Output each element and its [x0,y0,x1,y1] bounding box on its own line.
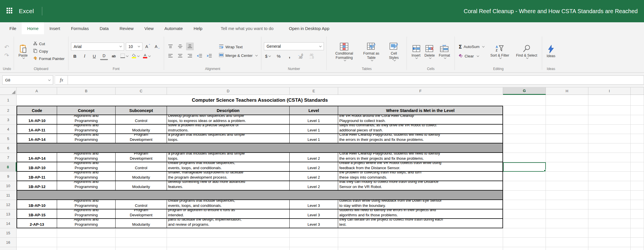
column-header-overflow[interactable] [631,87,644,95]
cell[interactable] [631,247,644,250]
cell[interactable] [290,228,338,238]
table-header-subconcept[interactable]: Subconcept [116,106,167,115]
italic-button[interactable]: I [81,52,88,60]
cell-level[interactable]: Level 1 [290,125,338,134]
center-button[interactable] [176,52,184,60]
cell[interactable] [17,247,57,250]
cell-description[interactable]: develop something new or add more advanc… [167,181,290,191]
cell-description[interactable]: Develop programs with sequences and simp… [167,115,290,125]
cell[interactable] [503,106,546,115]
app-name[interactable]: Excel [19,8,34,15]
increase-indent-button[interactable] [205,52,213,60]
separator-row-band[interactable] [17,143,503,153]
cell-concept[interactable]: Algorithms andProgramming [57,209,116,219]
cell[interactable] [57,228,116,238]
cell[interactable] [588,153,631,162]
cell[interactable] [503,95,546,106]
cell[interactable] [503,115,546,125]
cell-code[interactable]: 1B-AP-12 [17,181,57,191]
cell-subconcept[interactable]: Modularity [116,125,167,134]
selected-cell-G8[interactable] [503,162,546,172]
font-color-button[interactable]: A [142,52,151,60]
percent-button[interactable]: % [275,52,282,60]
sheet-title-cell[interactable]: Computer Science Teachers Association (C… [17,95,503,106]
cell[interactable] [546,134,588,143]
column-header-h[interactable]: H [546,87,588,95]
cell[interactable] [546,106,588,115]
cell[interactable] [631,200,644,209]
cell[interactable] [503,247,546,250]
separator-row-band[interactable] [17,191,503,200]
cell[interactable] [631,95,644,106]
cell[interactable] [546,219,588,228]
bottom-align-button[interactable] [186,43,194,50]
grow-font-button[interactable]: A⌃ [144,43,152,50]
row-header-9[interactable]: 9 [0,172,17,181]
row-header-1[interactable]: 1 [0,95,17,106]
bold-button[interactable]: B [71,52,79,60]
cell-level[interactable]: Level 1 [290,134,338,143]
cell-subconcept[interactable]: Control [116,200,167,209]
cell[interactable] [588,228,631,238]
cell-concept[interactable]: Algorithms andProgramming [57,153,116,162]
app-launcher-button[interactable] [0,0,19,22]
cell-description[interactable]: smaller, manageable subproblems to facil… [167,172,290,181]
strikethrough-button[interactable]: ab [110,52,118,60]
cell-level[interactable]: Level 2 [290,181,338,191]
cell-level[interactable]: Level 3 [290,209,338,219]
column-header-i[interactable]: I [588,87,631,95]
cell-where-met[interactable]: Coral Reef Cleanup Playground, students … [338,153,503,162]
table-header-description[interactable]: Description [167,106,290,115]
select-all-corner[interactable] [0,87,17,95]
top-align-button[interactable] [167,43,174,50]
cell-code[interactable]: 1B-AP-11 [17,172,57,181]
cell[interactable] [588,181,631,191]
row-header-10[interactable]: 10 [0,181,17,191]
cell[interactable] [546,200,588,209]
tab-home[interactable]: Home [22,22,44,34]
fx-button[interactable]: fx [55,75,68,85]
row-header-5[interactable]: 5 [0,134,17,143]
cell[interactable] [503,200,546,209]
cell[interactable] [588,191,631,200]
paste-button[interactable]: Paste [17,43,30,59]
cell-styles-button[interactable]: Cell Styles [383,41,404,61]
row-header-17[interactable]: 17 [0,247,17,250]
align-left-button[interactable] [167,52,174,60]
undo-button[interactable]: ↶ [3,43,11,51]
cell[interactable] [503,209,546,219]
cell-level[interactable]: Level 3 [290,200,338,209]
cell-concept[interactable]: Algorithms andProgramming [57,200,116,209]
cell[interactable] [17,238,57,247]
borders-button[interactable] [120,52,129,60]
cell-code[interactable]: 1B-AP-15 [17,209,57,219]
column-header-g[interactable]: G [503,87,546,95]
cell[interactable] [588,238,631,247]
table-header-level[interactable]: Level [290,106,338,115]
cell-concept[interactable]: Algorithms andProgramming [57,162,116,172]
tab-file[interactable]: File [4,22,22,34]
cell-level[interactable]: Level 3 [290,219,338,228]
format-painter-button[interactable]: Format Painter [32,55,66,62]
cell[interactable] [588,134,631,143]
cell-where-met[interactable]: collects trash while using feedback from… [338,200,503,209]
autosum-button[interactable]: Σ AutoSum [457,43,485,50]
fill-handle[interactable] [544,170,546,172]
cell[interactable] [116,238,167,247]
cell-subconcept[interactable]: ProgramDevelopment [116,134,167,143]
row-header-14[interactable]: 14 [0,219,17,228]
cell[interactable] [503,153,546,162]
tab-formulas[interactable]: Formulas [66,22,94,34]
tab-insert[interactable]: Insert [44,22,66,34]
cell[interactable] [290,238,338,247]
cell-level[interactable]: Level 1 [290,115,338,125]
format-cells-button[interactable]: Format [437,43,452,59]
column-header-f[interactable]: F [338,87,503,95]
tell-me-input[interactable]: Tell me what you want to do [215,22,279,34]
font-size-select[interactable]: 10 [126,43,142,51]
middle-align-button[interactable] [176,43,184,50]
decrease-indent-button[interactable] [196,52,203,60]
cell-code[interactable]: 1B-AP-10 [17,200,57,209]
tab-view[interactable]: View [139,22,159,34]
conditional-formatting-button[interactable]: Conditional Formatting [329,41,359,61]
